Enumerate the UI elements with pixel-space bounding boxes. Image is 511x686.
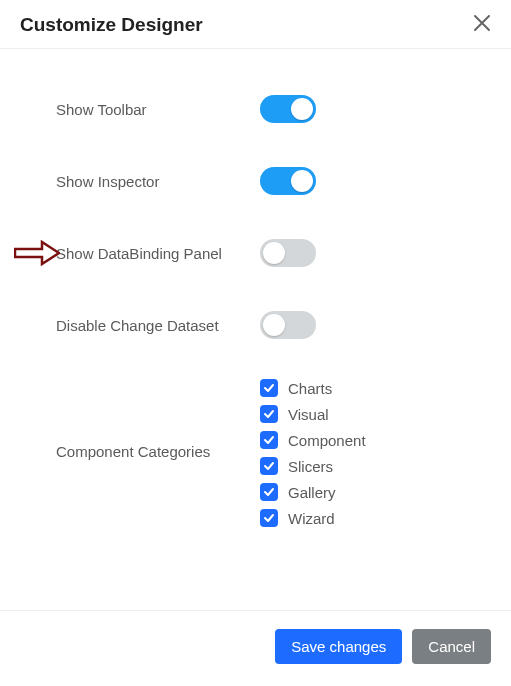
checkbox-visual[interactable]	[260, 405, 278, 423]
category-label: Gallery	[288, 484, 336, 501]
option-label: Show Inspector	[20, 173, 260, 190]
save-button[interactable]: Save changes	[275, 629, 402, 664]
dialog-body: Show Toolbar Show Inspector Show DataBin…	[0, 49, 511, 610]
option-show-inspector: Show Inspector	[20, 145, 491, 217]
category-item-gallery: Gallery	[260, 483, 336, 501]
toggle-show-toolbar[interactable]	[260, 95, 316, 123]
category-item-wizard: Wizard	[260, 509, 335, 527]
option-component-categories: Component Categories Charts Visual Compo…	[20, 361, 491, 551]
checkbox-slicers[interactable]	[260, 457, 278, 475]
category-label: Slicers	[288, 458, 333, 475]
toggle-show-inspector[interactable]	[260, 167, 316, 195]
cancel-button[interactable]: Cancel	[412, 629, 491, 664]
category-item-charts: Charts	[260, 379, 332, 397]
pointer-arrow-icon	[14, 240, 60, 266]
checkbox-wizard[interactable]	[260, 509, 278, 527]
checkbox-charts[interactable]	[260, 379, 278, 397]
toggle-show-databinding[interactable]	[260, 239, 316, 267]
checkbox-gallery[interactable]	[260, 483, 278, 501]
toggle-disable-change-dataset[interactable]	[260, 311, 316, 339]
category-label: Wizard	[288, 510, 335, 527]
option-label: Disable Change Dataset	[20, 317, 260, 334]
option-show-databinding: Show DataBinding Panel	[20, 217, 491, 289]
category-list: Charts Visual Component Slicers Gallery	[260, 379, 491, 527]
option-show-toolbar: Show Toolbar	[20, 73, 491, 145]
close-icon[interactable]	[473, 14, 491, 36]
category-label: Visual	[288, 406, 329, 423]
checkbox-component[interactable]	[260, 431, 278, 449]
customize-designer-dialog: Customize Designer Show Toolbar Show Ins…	[0, 0, 511, 686]
category-item-component: Component	[260, 431, 366, 449]
option-label: Show Toolbar	[20, 101, 260, 118]
dialog-title: Customize Designer	[20, 14, 203, 36]
category-label: Charts	[288, 380, 332, 397]
dialog-header: Customize Designer	[0, 0, 511, 49]
option-disable-change-dataset: Disable Change Dataset	[20, 289, 491, 361]
category-item-slicers: Slicers	[260, 457, 333, 475]
category-item-visual: Visual	[260, 405, 329, 423]
category-label: Component	[288, 432, 366, 449]
option-label: Component Categories	[20, 379, 260, 460]
dialog-footer: Save changes Cancel	[0, 610, 511, 686]
